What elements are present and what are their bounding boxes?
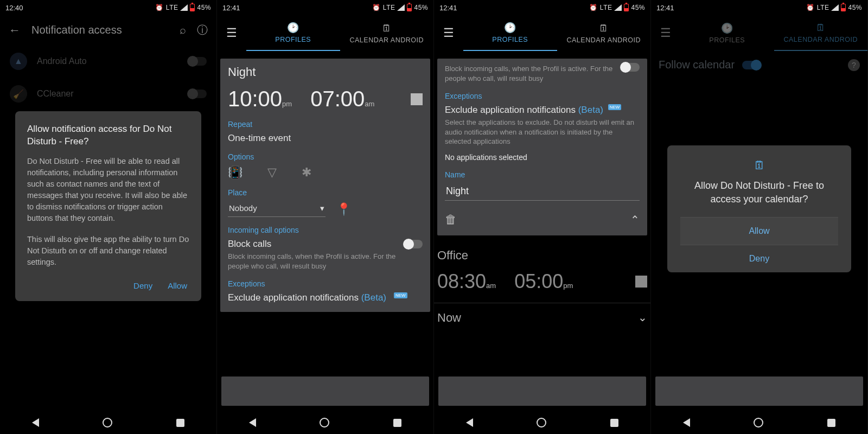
android-navbar bbox=[651, 411, 867, 434]
nav-home-icon[interactable] bbox=[320, 418, 329, 427]
dialog-body-1: Do Not Disturb - Free will be able to re… bbox=[27, 156, 189, 224]
calendar-icon: 🗓 bbox=[382, 23, 392, 34]
clock: 12:41 bbox=[439, 4, 457, 12]
search-icon[interactable]: ⌕ bbox=[180, 24, 186, 36]
network-label: LTE bbox=[817, 4, 829, 11]
back-icon[interactable]: ← bbox=[9, 23, 21, 37]
nav-home-icon[interactable] bbox=[537, 418, 546, 427]
allow-button[interactable]: Allow bbox=[680, 217, 838, 245]
nav-back-icon[interactable] bbox=[683, 418, 690, 427]
toggle[interactable] bbox=[188, 57, 207, 66]
toggle[interactable] bbox=[188, 90, 207, 98]
dialog-title: Allow notification access for Do Not Dis… bbox=[27, 123, 189, 148]
nav-home-icon[interactable] bbox=[754, 418, 763, 427]
settings-header: ← Notification access ⌕ ⓘ bbox=[0, 15, 216, 45]
alarm-icon: ⏰ bbox=[589, 4, 598, 11]
calendar-permission-dialog: 🗓 Allow Do Not Disturb - Free to access … bbox=[667, 145, 851, 272]
stop-icon[interactable] bbox=[411, 93, 423, 105]
block-calls-desc: Block incoming calls, when the Profil is… bbox=[228, 252, 399, 271]
clock-icon: 🕑 bbox=[504, 22, 516, 34]
wifi-off-icon[interactable]: ▽ bbox=[267, 165, 277, 180]
no-apps-selected: No applications selected bbox=[445, 153, 640, 162]
name-input[interactable]: Night bbox=[445, 183, 640, 201]
time-from: 10:00 bbox=[228, 87, 282, 111]
clock: 12:41 bbox=[656, 4, 674, 12]
menu-icon[interactable]: ☰ bbox=[217, 15, 246, 51]
delete-icon[interactable]: 🗑 bbox=[445, 213, 457, 227]
dialog-body-2: This will also give the app the ability … bbox=[27, 234, 189, 268]
section-place: Place bbox=[228, 188, 423, 197]
tab-calendar[interactable]: 🗓 CALENDAR ANDROID bbox=[774, 15, 868, 51]
time-row[interactable]: 10:00pm 07:00am bbox=[228, 87, 423, 111]
block-calls-desc: Block incoming calls, when the Profil is… bbox=[445, 64, 616, 83]
allow-button[interactable]: Allow bbox=[168, 281, 187, 290]
permission-dialog: Allow notification access for Do Not Dis… bbox=[15, 111, 201, 301]
status-bar: 12:41 ⏰ LTE 45% bbox=[217, 0, 433, 15]
block-calls-toggle[interactable] bbox=[621, 63, 640, 72]
profile-card-office[interactable]: Office 08:30am 05:00pm bbox=[434, 243, 650, 303]
section-repeat: Repeat bbox=[228, 120, 423, 129]
stop-icon[interactable] bbox=[635, 276, 647, 288]
chevron-down-icon: ▾ bbox=[320, 203, 324, 213]
status-bar: 12:40 ⏰ LTE 45% bbox=[0, 0, 216, 15]
signal-icon bbox=[831, 4, 839, 11]
nav-recent-icon[interactable] bbox=[176, 419, 184, 427]
tab-profiles[interactable]: 🕑 PROFILES bbox=[680, 15, 774, 51]
calendar-icon: 🗓 bbox=[816, 22, 826, 34]
profile-name: Now bbox=[437, 311, 633, 325]
exclude-apps-title[interactable]: Exclude application notifications (Beta)… bbox=[445, 105, 640, 116]
deny-button[interactable]: Deny bbox=[133, 281, 152, 290]
app-icon: 🧹 bbox=[10, 85, 27, 103]
bluetooth-off-icon[interactable]: ✱ bbox=[302, 165, 311, 180]
battery-pct: 45% bbox=[414, 4, 428, 11]
follow-calendar-row[interactable]: Follow calendar ? bbox=[651, 51, 867, 79]
network-label: LTE bbox=[600, 4, 612, 11]
add-location-icon[interactable]: 📍 bbox=[336, 202, 351, 216]
android-navbar bbox=[0, 411, 216, 434]
block-calls-toggle[interactable] bbox=[404, 240, 423, 248]
follow-toggle[interactable] bbox=[742, 61, 761, 69]
collapse-icon[interactable]: ⌃ bbox=[630, 213, 640, 226]
tab-profiles[interactable]: 🕑 PROFILES bbox=[246, 15, 340, 51]
place-select[interactable]: Nobody▾ bbox=[228, 201, 326, 217]
battery-icon bbox=[624, 4, 629, 11]
clock: 12:40 bbox=[5, 4, 23, 12]
tab-calendar[interactable]: 🗓 CALENDAR ANDROID bbox=[557, 15, 651, 51]
nav-recent-icon[interactable] bbox=[610, 419, 618, 427]
expand-icon[interactable]: ⌄ bbox=[638, 311, 647, 324]
app-tabs: ☰ 🕑 PROFILES 🗓 CALENDAR ANDROID bbox=[434, 15, 650, 51]
app-name: Android Auto bbox=[37, 56, 178, 66]
nav-back-icon[interactable] bbox=[249, 418, 256, 427]
nav-recent-icon[interactable] bbox=[393, 419, 401, 427]
menu-icon[interactable]: ☰ bbox=[434, 15, 463, 51]
clock-icon: 🕑 bbox=[721, 22, 733, 34]
profile-card-now[interactable]: Now ⌄ bbox=[434, 303, 650, 330]
status-bar: 12:41 ⏰ LTE 45% bbox=[434, 0, 650, 15]
app-row-ccleaner[interactable]: 🧹 CCleaner bbox=[0, 78, 216, 110]
dialog-message: Allow Do Not Disturb - Free to access yo… bbox=[680, 179, 838, 217]
deny-button[interactable]: Deny bbox=[680, 245, 838, 272]
tab-profiles[interactable]: 🕑 PROFILES bbox=[463, 15, 557, 51]
help-icon[interactable]: ? bbox=[848, 59, 860, 71]
tab-calendar[interactable]: 🗓 CALENDAR ANDROID bbox=[340, 15, 434, 51]
ad-placeholder bbox=[221, 376, 429, 406]
nav-recent-icon[interactable] bbox=[827, 419, 835, 427]
battery-icon bbox=[190, 4, 195, 11]
calendar-icon: 🗓 bbox=[599, 23, 609, 34]
app-row-android-auto[interactable]: ▲ Android Auto bbox=[0, 45, 216, 78]
alarm-icon: ⏰ bbox=[155, 4, 164, 11]
repeat-value[interactable]: One-time event bbox=[228, 133, 423, 144]
profile-name: Night bbox=[228, 65, 423, 79]
ad-placeholder bbox=[438, 376, 646, 406]
exclude-apps-title[interactable]: Exclude application notifications (Beta) bbox=[228, 292, 386, 303]
clock-icon: 🕑 bbox=[287, 22, 299, 34]
battery-pct: 45% bbox=[197, 4, 211, 11]
menu-icon[interactable]: ☰ bbox=[651, 15, 680, 51]
nav-home-icon[interactable] bbox=[103, 418, 112, 427]
vibrate-icon[interactable]: 📳 bbox=[228, 165, 242, 180]
alarm-icon: ⏰ bbox=[372, 4, 381, 11]
profile-name: Office bbox=[437, 248, 647, 263]
help-icon[interactable]: ⓘ bbox=[197, 23, 208, 37]
nav-back-icon[interactable] bbox=[32, 418, 39, 427]
nav-back-icon[interactable] bbox=[466, 418, 473, 427]
